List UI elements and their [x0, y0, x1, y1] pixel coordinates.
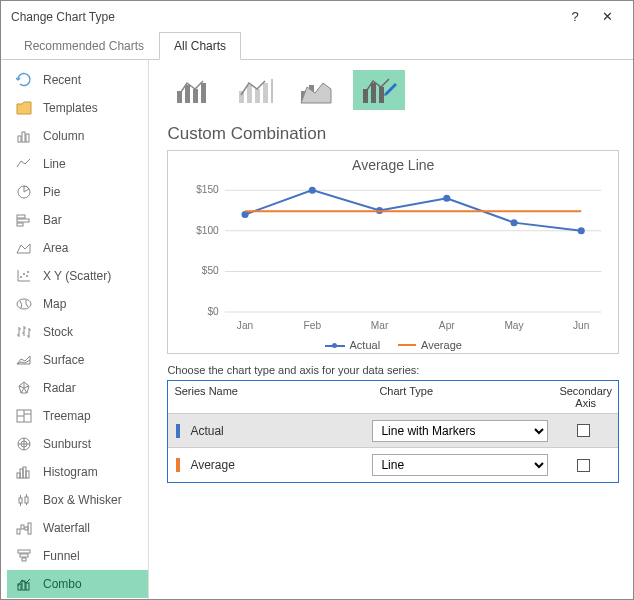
svg-rect-47	[371, 83, 376, 103]
svg-rect-22	[25, 497, 28, 503]
sidebar-item-label: Map	[43, 297, 66, 311]
combo-subtype-1[interactable]	[167, 70, 219, 110]
sidebar-item-label: Stock	[43, 325, 73, 339]
series-name-label: Actual	[190, 424, 372, 438]
sidebar-item-label: Sunburst	[43, 437, 91, 451]
sidebar-item-waterfall[interactable]: Waterfall	[7, 514, 148, 542]
chart-type-sidebar: Recent Templates Column Line Pie Bar Are…	[1, 60, 148, 600]
sidebar-item-label: X Y (Scatter)	[43, 269, 111, 283]
sidebar-item-label: Recent	[43, 73, 81, 87]
sidebar-item-sunburst[interactable]: Sunburst	[7, 430, 148, 458]
sidebar-item-histogram[interactable]: Histogram	[7, 458, 148, 486]
svg-text:Jan: Jan	[237, 320, 253, 331]
svg-point-66	[444, 195, 451, 202]
series-row-average[interactable]: Average Line	[168, 448, 618, 482]
chart-legend: Actual Average	[174, 337, 612, 351]
sidebar-item-bar[interactable]: Bar	[7, 206, 148, 234]
sidebar-item-combo[interactable]: Combo	[7, 570, 148, 598]
svg-text:May: May	[505, 320, 525, 331]
sidebar-item-label: Treemap	[43, 409, 91, 423]
svg-marker-7	[17, 244, 30, 253]
bar-icon	[15, 211, 33, 229]
svg-point-68	[578, 227, 585, 234]
waterfall-icon	[15, 519, 33, 537]
tab-recommended-charts[interactable]: Recommended Charts	[9, 32, 159, 60]
help-button[interactable]: ?	[559, 9, 591, 24]
radar-icon	[15, 379, 33, 397]
svg-text:Feb: Feb	[304, 320, 322, 331]
svg-rect-32	[26, 583, 29, 590]
svg-rect-28	[20, 554, 28, 557]
line-icon	[15, 155, 33, 173]
series-swatch	[176, 458, 180, 472]
treemap-icon	[15, 407, 33, 425]
surface-icon	[15, 351, 33, 369]
legend-item-actual: Actual	[325, 339, 381, 351]
svg-text:$50: $50	[202, 265, 219, 276]
sidebar-item-treemap[interactable]: Treemap	[7, 402, 148, 430]
secondary-axis-checkbox-average[interactable]	[577, 459, 590, 472]
col-secondary-axis: Secondary Axis	[553, 381, 618, 413]
svg-rect-0	[18, 136, 21, 142]
sidebar-item-recent[interactable]: Recent	[7, 66, 148, 94]
sidebar-item-pie[interactable]: Pie	[7, 178, 148, 206]
chart-preview: Average Line $0$50$100$150JanFebMarAprMa…	[167, 150, 619, 354]
boxwhisker-icon	[15, 491, 33, 509]
svg-text:Mar: Mar	[371, 320, 389, 331]
svg-text:$0: $0	[208, 306, 220, 317]
svg-text:Apr: Apr	[439, 320, 455, 331]
column-icon	[15, 127, 33, 145]
chart-title: Average Line	[174, 157, 612, 173]
sunburst-icon	[15, 435, 33, 453]
sidebar-item-label: Column	[43, 129, 84, 143]
combo-subtype-custom[interactable]	[353, 70, 405, 110]
svg-rect-24	[21, 525, 24, 529]
sidebar-item-label: Area	[43, 241, 68, 255]
sidebar-item-column[interactable]: Column	[7, 122, 148, 150]
funnel-icon	[15, 547, 33, 565]
svg-text:$150: $150	[197, 184, 220, 195]
sidebar-item-scatter[interactable]: X Y (Scatter)	[7, 262, 148, 290]
sidebar-item-label: Bar	[43, 213, 62, 227]
sidebar-item-area[interactable]: Area	[7, 234, 148, 262]
svg-rect-21	[19, 498, 22, 503]
sidebar-item-label: Funnel	[43, 549, 80, 563]
svg-rect-38	[247, 85, 252, 103]
dialog-title: Change Chart Type	[11, 10, 115, 24]
sidebar-item-funnel[interactable]: Funnel	[7, 542, 148, 570]
sidebar-item-surface[interactable]: Surface	[7, 346, 148, 374]
sidebar-item-stock[interactable]: Stock	[7, 318, 148, 346]
close-button[interactable]: ✕	[591, 9, 623, 24]
scatter-icon	[15, 267, 33, 285]
sidebar-item-label: Box & Whisker	[43, 493, 122, 507]
sidebar-item-label: Histogram	[43, 465, 98, 479]
combo-subtype-2[interactable]	[229, 70, 281, 110]
svg-rect-34	[185, 85, 190, 103]
sidebar-item-label: Surface	[43, 353, 84, 367]
svg-text:$100: $100	[197, 225, 220, 236]
secondary-axis-checkbox-actual[interactable]	[577, 424, 590, 437]
sidebar-item-label: Templates	[43, 101, 98, 115]
sidebar-item-label: Waterfall	[43, 521, 90, 535]
chart-type-select-actual[interactable]: Line with Markers	[372, 420, 548, 442]
tab-all-charts[interactable]: All Charts	[159, 32, 241, 60]
series-row-actual[interactable]: Actual Line with Markers	[168, 414, 618, 448]
svg-rect-29	[22, 558, 26, 561]
svg-text:Jun: Jun	[573, 320, 589, 331]
sidebar-item-boxwhisker[interactable]: Box & Whisker	[7, 486, 148, 514]
sidebar-item-radar[interactable]: Radar	[7, 374, 148, 402]
combo-subtype-3[interactable]	[291, 70, 343, 110]
chart-subtype-row	[167, 70, 619, 110]
svg-rect-48	[379, 87, 384, 103]
sidebar-item-map[interactable]: Map	[7, 290, 148, 318]
svg-rect-39	[255, 89, 260, 103]
svg-point-8	[20, 276, 22, 278]
tab-bar: Recommended Charts All Charts	[1, 32, 633, 60]
legend-label: Average	[421, 339, 462, 351]
chart-type-select-average[interactable]: Line	[372, 454, 548, 476]
map-icon	[15, 295, 33, 313]
combo-icon	[15, 575, 33, 593]
svg-rect-40	[263, 83, 268, 103]
sidebar-item-line[interactable]: Line	[7, 150, 148, 178]
sidebar-item-templates[interactable]: Templates	[7, 94, 148, 122]
